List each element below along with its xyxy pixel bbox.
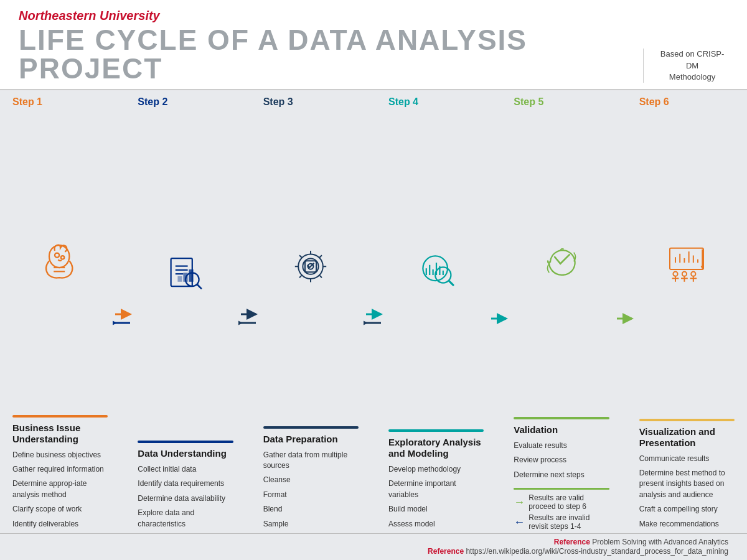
step-4-col: Step 4 xyxy=(388,96,484,533)
step6-title: Visualization and Presentation xyxy=(639,426,735,449)
step6-icon-wrapper xyxy=(639,113,735,415)
footer-ref2: Reference https://en.wikipedia.org/wiki/… xyxy=(19,547,728,556)
svg-point-37 xyxy=(674,271,678,276)
step5-icon xyxy=(539,240,584,285)
list-item: Develop methodology xyxy=(388,464,484,475)
step1-label: Step 1 xyxy=(12,96,108,108)
step6-divider xyxy=(639,419,735,421)
header: Northeastern University LIFE CYCLE OF A … xyxy=(0,0,747,90)
step5-icon-wrapper xyxy=(514,113,609,413)
single-arrow-4-5 xyxy=(489,304,509,337)
step2-items: Collect initial data Identify data requi… xyxy=(138,464,233,533)
arrow-1-2 xyxy=(111,96,134,533)
list-item: Define business objectives xyxy=(12,450,108,460)
list-item: Craft a compelling story xyxy=(639,504,735,515)
step4-divider xyxy=(388,429,484,432)
step1-icon-wrapper xyxy=(12,113,108,411)
ref1-label: Reference xyxy=(554,538,590,546)
svg-point-40 xyxy=(682,271,687,276)
step3-divider xyxy=(263,426,359,429)
step5-sub-divider xyxy=(514,488,609,490)
list-item: Collect initial data xyxy=(138,464,233,475)
list-item: Assess model xyxy=(388,519,484,530)
step2-divider xyxy=(138,441,233,443)
step5-arrow-left: ← xyxy=(514,516,525,529)
list-item: Determine approp-iate analysis method xyxy=(12,478,108,500)
svg-point-1 xyxy=(55,253,59,257)
list-item: Build model xyxy=(388,504,484,515)
step5-arrow-right: → xyxy=(514,496,525,509)
step-3-col: Step 3 Data xyxy=(263,96,359,533)
step2-title: Data Understanding xyxy=(138,448,233,459)
list-item: Determine best method to present insight… xyxy=(639,468,735,500)
ref1-text: Problem Solving with Advanced Analytics xyxy=(590,538,728,546)
list-item: Explore data and characteristics xyxy=(138,508,233,530)
arrow-5-6 xyxy=(613,96,636,533)
step1-divider xyxy=(12,415,108,418)
step4-label: Step 4 xyxy=(388,96,484,108)
list-item: Gather data from multiple sources xyxy=(263,450,359,472)
list-item: Gather required information xyxy=(12,464,108,475)
step2-icon xyxy=(163,253,208,297)
step-1-col: Step 1 xyxy=(12,96,108,533)
step3-icon-wrapper xyxy=(263,113,359,422)
step3-title: Data Preparation xyxy=(263,434,359,445)
list-item: Review process xyxy=(514,455,609,465)
svg-point-2 xyxy=(61,256,64,259)
step3-label: Step 3 xyxy=(263,96,359,108)
list-item: Clarify scope of work xyxy=(12,504,108,515)
list-item: Determine data availability xyxy=(138,493,233,504)
step4-items: Develop methodology Determine important … xyxy=(388,464,484,533)
svg-rect-6 xyxy=(177,276,182,281)
step5-top-items: Evaluate results Review process Determin… xyxy=(514,441,609,484)
step-5-col: Step 5 xyxy=(514,96,609,533)
step5-valid-text: Results are valid proceed to step 6 xyxy=(529,493,609,511)
svg-line-27 xyxy=(449,281,453,284)
list-item: Cleanse xyxy=(263,475,359,485)
header-left: Northeastern University LIFE CYCLE OF A … xyxy=(19,9,643,83)
list-item: Format xyxy=(263,490,359,500)
step4-title: Exploratory Analysis and Modeling xyxy=(388,437,484,459)
step6-items: Communicate results Determine best metho… xyxy=(639,454,735,533)
step5-invalid-item: ← Results are invalid revisit steps 1-4 xyxy=(514,513,609,531)
step2-label: Step 2 xyxy=(138,96,233,108)
arrow-3-4 xyxy=(362,96,385,533)
footer: Reference Problem Solving with Advanced … xyxy=(0,533,747,560)
step5-title: Validation xyxy=(514,424,609,436)
arrow-4-5 xyxy=(487,96,510,533)
main-title: LIFE CYCLE OF A DATA ANALYSIS PROJECT xyxy=(19,26,643,83)
step1-items: Define business objectives Gather requir… xyxy=(12,450,108,533)
svg-line-10 xyxy=(197,284,201,288)
step6-icon xyxy=(664,241,709,286)
step5-invalid-text: Results are invalid revisit steps 1-4 xyxy=(529,513,609,531)
subtitle-line1: Based on CRISP-DM xyxy=(660,49,725,70)
step3-items: Gather data from multiple sources Cleans… xyxy=(263,450,359,533)
step2-icon-wrapper xyxy=(138,113,233,437)
university-name: Northeastern University xyxy=(19,9,643,23)
step1-title: Business Issue Understanding xyxy=(12,422,108,445)
step1-icon xyxy=(38,240,83,284)
list-item: Evaluate results xyxy=(514,441,609,451)
svg-point-43 xyxy=(691,271,695,276)
footer-ref1: Reference Problem Solving with Advanced … xyxy=(19,538,728,546)
list-item: Blend xyxy=(263,504,359,515)
subtitle-line2: Methodology xyxy=(669,72,715,82)
main-content: Step 1 xyxy=(0,90,747,533)
step-2-col: Step 2 xyxy=(138,96,233,533)
list-item: Determine next steps xyxy=(514,470,609,480)
single-arrow-5-6 xyxy=(614,304,634,337)
step4-icon-wrapper xyxy=(388,113,484,426)
list-item: Identify data requirements xyxy=(138,478,233,489)
header-right: Based on CRISP-DM Methodology xyxy=(643,49,728,83)
page-container: Northeastern University LIFE CYCLE OF A … xyxy=(0,0,747,560)
ref2-label: Reference xyxy=(428,547,464,556)
double-arrow-2-3 xyxy=(238,304,258,337)
step5-label: Step 5 xyxy=(514,96,609,108)
list-item: Communicate results xyxy=(639,454,735,464)
step4-icon xyxy=(414,247,459,292)
steps-row: Step 1 xyxy=(12,96,735,533)
list-item: Identify deliverables xyxy=(12,519,108,530)
svg-rect-8 xyxy=(189,269,193,282)
step5-valid-item: → Results are valid proceed to step 6 xyxy=(514,493,609,511)
step6-label: Step 6 xyxy=(639,96,735,108)
